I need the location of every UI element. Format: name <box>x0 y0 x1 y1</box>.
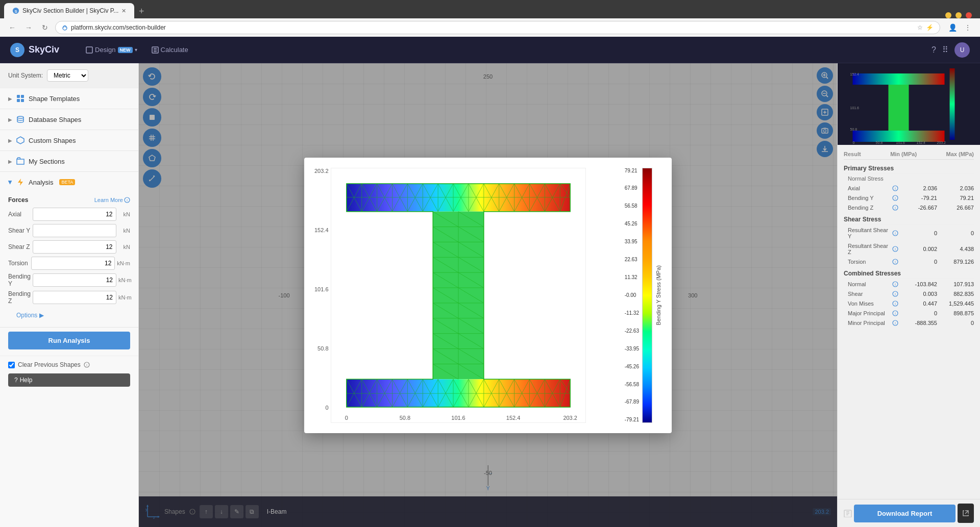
rshearz-max: 4.438 <box>937 246 974 252</box>
learn-more-link[interactable]: Learn More i <box>94 197 130 203</box>
minimize-btn[interactable] <box>945 12 951 18</box>
svg-text:i: i <box>895 312 896 315</box>
analysis-badge: BETA <box>59 179 75 185</box>
rsheary-min: 0 <box>900 230 937 236</box>
rsheary-info-icon[interactable]: i <box>892 230 898 236</box>
colorscale-title: Bending Y Stress (MPa) <box>655 265 662 325</box>
major-info-icon[interactable]: i <box>892 310 898 316</box>
active-tab[interactable]: S SkyCiv Section Builder | SkyCiv P... ✕ <box>4 3 134 18</box>
svg-text:50.8: 50.8 <box>399 415 410 421</box>
clear-shapes-checkbox[interactable] <box>8 362 15 368</box>
normal-stress-label: Normal Stress <box>848 175 884 182</box>
tab-close-btn[interactable]: ✕ <box>121 8 126 14</box>
custom-shapes-label: Custom Shapes <box>29 137 76 144</box>
database-shapes-header[interactable]: ▶ Database Shapes <box>0 109 138 130</box>
force-input-sheary[interactable] <box>33 224 116 237</box>
logo-text: SkyCiv <box>29 44 59 55</box>
results-header-row: Result Min (MPa) Max (MPa) <box>844 149 974 160</box>
help-icon[interactable]: ? <box>932 45 936 55</box>
forward-btn[interactable]: → <box>22 21 35 34</box>
axial-info-icon[interactable]: i <box>892 185 898 191</box>
shear-info-icon[interactable]: i <box>892 291 898 297</box>
svg-text:203.2: 203.2 <box>563 415 577 421</box>
torsion-min: 0 <box>900 259 937 265</box>
svg-rect-184 <box>950 68 955 140</box>
design-badge: NEW <box>118 47 133 53</box>
browser-chrome: S SkyCiv Section Builder | SkyCiv P... ✕… <box>0 0 980 37</box>
minor-info-icon[interactable]: i <box>892 320 898 326</box>
download-report-button[interactable]: Download Report <box>854 505 955 522</box>
logo-icon: S <box>10 43 24 57</box>
mysections-arrow: ▶ <box>8 159 12 164</box>
force-input-torsion[interactable] <box>31 257 115 270</box>
my-sections-header[interactable]: ▶ My Sections <box>0 151 138 171</box>
sidebar-section-custom: ▶ Custom Shapes <box>0 130 138 151</box>
normal-info-icon[interactable]: i <box>892 281 898 287</box>
force-unit-sheary: kN <box>118 228 130 234</box>
unit-system-label: Unit System: <box>8 72 43 79</box>
unit-system-select[interactable]: Metric Imperial <box>47 69 88 82</box>
new-tab-button[interactable]: + <box>134 4 149 18</box>
modal-overlay[interactable]: 203.2 152.4 101.6 50.8 0 <box>139 63 837 527</box>
y-label-4: 152.4 <box>314 227 329 233</box>
torsion-info-icon[interactable]: i <box>892 259 898 265</box>
address-bar[interactable]: platform.skyciv.com/section-builder ☆ ⚡ <box>55 21 940 34</box>
bookmark-icon[interactable]: ☆ <box>917 24 923 31</box>
apps-icon[interactable]: ⠿ <box>942 45 948 55</box>
shear-stress-label: Shear Stress <box>844 216 881 223</box>
ibeam-chart-svg: 0 50.8 101.6 152.4 203.2 <box>331 168 586 423</box>
close-btn[interactable] <box>966 12 972 18</box>
app-header: S SkyCiv Design NEW ▾ Calculate ? ⠿ U <box>0 37 980 63</box>
svg-line-219 <box>965 511 968 514</box>
normal-min: -103.842 <box>900 281 937 287</box>
canvas-area: Y → 250 300 -100 -50 z y <box>139 63 837 527</box>
back-btn[interactable]: ← <box>6 21 18 34</box>
axial-name: Axial <box>844 185 892 191</box>
cs-val-4: 45.26 <box>625 221 639 227</box>
bendingz-info-icon[interactable]: i <box>892 205 898 211</box>
force-input-shearz[interactable] <box>33 240 116 254</box>
run-analysis-button[interactable]: Run Analysis <box>8 332 130 349</box>
svg-text:i: i <box>895 232 896 235</box>
chart-main: 0 50.8 101.6 152.4 203.2 <box>331 168 619 423</box>
primary-stresses-category: Primary Stresses <box>844 162 974 173</box>
download-report-icon <box>844 509 852 517</box>
nav-design[interactable]: Design NEW ▾ <box>80 43 143 57</box>
cs-val-10: -22.63 <box>625 328 639 334</box>
svg-text:152.4: 152.4 <box>917 141 926 144</box>
options-row[interactable]: Options ▶ <box>8 308 130 323</box>
svg-text:101.6: 101.6 <box>451 415 465 421</box>
shape-templates-header[interactable]: ▶ Shape Templates <box>0 88 138 109</box>
settings-icon[interactable]: ⋮ <box>962 21 974 34</box>
nav-calculate[interactable]: Calculate <box>145 43 194 57</box>
refresh-btn[interactable]: ↻ <box>39 21 51 34</box>
y-label-1: 0 <box>325 405 328 411</box>
extensions-icon[interactable]: ⚡ <box>926 24 934 31</box>
analysis-header[interactable]: ▶ Analysis BETA <box>0 172 138 192</box>
force-input-bendingz[interactable] <box>33 291 116 304</box>
heatmap-preview: 0 50.8 101.6 152.4 203.2 152.4 101.6 50.… <box>838 63 980 145</box>
profile-btn[interactable]: 👤 <box>946 21 959 34</box>
left-sidebar: Unit System: Metric Imperial ▶ Shape Tem… <box>0 63 139 527</box>
sidebar-section-templates: ▶ Shape Templates <box>0 88 138 109</box>
maximize-btn[interactable] <box>955 12 962 18</box>
force-input-axial[interactable] <box>33 208 116 221</box>
rshearz-info-icon[interactable]: i <box>892 246 898 252</box>
user-avatar[interactable]: U <box>954 42 970 58</box>
result-vonmises: Von Mises i 0.447 1,529.445 <box>844 299 974 309</box>
custom-shapes-header[interactable]: ▶ Custom Shapes <box>0 130 138 150</box>
lock-icon <box>62 24 68 31</box>
expand-panel-button[interactable] <box>958 504 974 523</box>
y-axis-labels: 203.2 152.4 101.6 50.8 0 <box>314 168 331 423</box>
svg-text:S: S <box>14 9 17 14</box>
vonmises-info-icon[interactable]: i <box>892 300 898 307</box>
force-unit-torsion: kN·m <box>117 260 130 266</box>
force-name-axial: Axial <box>8 211 31 218</box>
bendingy-info-icon[interactable]: i <box>892 195 898 201</box>
force-name-shearz: Shear Z <box>8 243 31 250</box>
normal-max: 107.913 <box>937 281 974 287</box>
force-input-bendingy[interactable] <box>33 273 116 287</box>
my-sections-label: My Sections <box>29 158 65 165</box>
help-button[interactable]: ? Help <box>8 373 130 387</box>
majorprincipal-name: Major Principal <box>844 310 892 316</box>
